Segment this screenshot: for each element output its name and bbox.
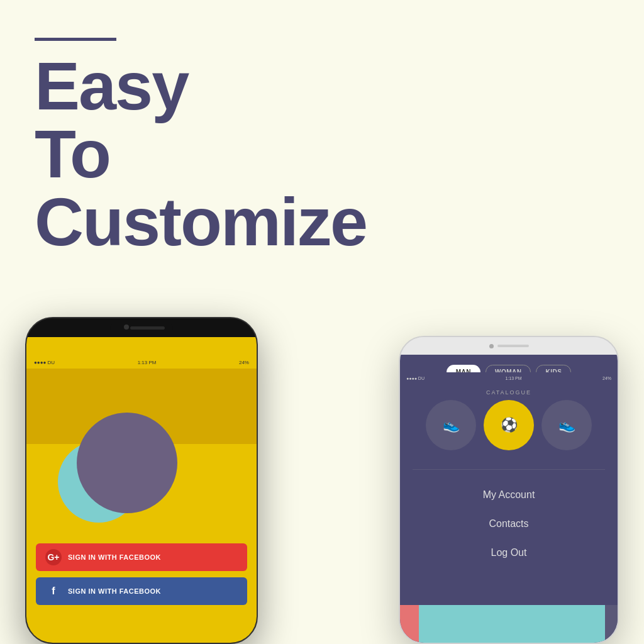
right-camera (489, 344, 494, 348)
strip-right (605, 605, 618, 643)
google-signin-button[interactable]: G+ SIGN IN WITH FACEBOOK (36, 543, 247, 571)
shoe-circles: 👟 ⚽ 👟 (400, 400, 618, 450)
left-time: 1:13 PM (138, 360, 157, 365)
shoe-icon-center: ⚽ (501, 417, 518, 433)
title-line3: Customize (35, 184, 367, 260)
left-speaker (130, 326, 165, 330)
left-signal: ●●●● DU (34, 360, 55, 365)
shoe-circle-center[interactable]: ⚽ (484, 400, 534, 450)
right-signal: ●●●● DU (406, 376, 425, 380)
header-title: Easy To Customize (35, 52, 367, 256)
right-battery: 24% (602, 376, 611, 380)
left-battery: 24% (239, 360, 249, 365)
right-status-bar: ●●●● DU 1:13 PM 24% (400, 372, 618, 384)
facebook-icon: f (45, 583, 62, 599)
header-section: Easy To Customize (35, 38, 367, 256)
right-notch-area (400, 337, 618, 355)
right-speaker (497, 345, 529, 347)
google-icon: G+ (45, 549, 62, 565)
purple-circle (77, 413, 177, 513)
shoe-icon-left: 👟 (443, 417, 460, 433)
shoe-circle-left[interactable]: 👟 (426, 400, 476, 450)
bottom-strips (400, 605, 618, 643)
menu-item-contacts[interactable]: Contacts (400, 509, 618, 538)
menu-items: My Account Contacts Log Out (400, 480, 618, 567)
left-camera (124, 325, 129, 330)
right-screen: ●●●● DU 1:13 PM 24% ‹ MAN WOMAN KIDS CAT… (400, 355, 618, 643)
divider (413, 469, 605, 470)
left-screen: ●●●● DU 1:13 PM 24% G+ SIGN IN WITH FACE… (26, 337, 257, 643)
facebook-signin-button[interactable]: f SIGN IN WITH FACEBOOK (36, 577, 247, 605)
title-line1: Easy (35, 48, 188, 124)
phone-right: ●●●● DU 1:13 PM 24% ‹ MAN WOMAN KIDS CAT… (399, 336, 619, 644)
menu-item-logout[interactable]: Log Out (400, 538, 618, 567)
phone-left: ●●●● DU 1:13 PM 24% G+ SIGN IN WITH FACE… (25, 317, 258, 644)
shoe-circle-right[interactable]: 👟 (541, 400, 592, 450)
facebook-signin-label: SIGN IN WITH FACEBOOK (68, 587, 161, 595)
title-line2: To (35, 116, 110, 192)
catalogue-label: CATALOGUE (400, 389, 618, 396)
signin-buttons: G+ SIGN IN WITH FACEBOOK f SIGN IN WITH … (36, 543, 247, 605)
google-signin-label: SIGN IN WITH FACEBOOK (68, 553, 161, 561)
header-decoration (35, 38, 116, 41)
strip-pink (400, 605, 419, 643)
left-status-bar: ●●●● DU 1:13 PM 24% (26, 356, 257, 369)
right-time: 1:13 PM (505, 376, 521, 380)
menu-item-myaccount[interactable]: My Account (400, 480, 618, 509)
phones-container: ●●●● DU 1:13 PM 24% G+ SIGN IN WITH FACE… (0, 317, 644, 644)
strip-teal (419, 605, 605, 643)
shoe-icon-right: 👟 (558, 417, 575, 433)
